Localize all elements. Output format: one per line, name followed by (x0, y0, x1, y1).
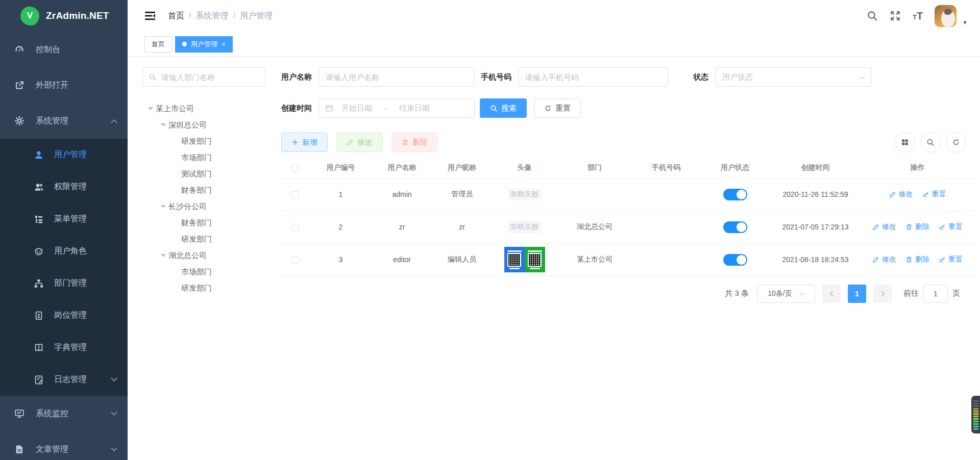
prev-page-button[interactable] (822, 285, 841, 303)
cell-actions: 修改删除重置 (860, 211, 975, 243)
tree-node-市场部门[interactable]: 市场部门 (142, 149, 265, 166)
row-action-delete[interactable]: 删除 (905, 222, 929, 232)
tree-node-长沙分公司[interactable]: 长沙分公司 (142, 198, 265, 215)
tree-node-财务部门[interactable]: 财务部门 (142, 215, 265, 231)
row-checkbox[interactable] (291, 257, 299, 264)
search-button[interactable]: 搜索 (480, 98, 527, 118)
top-navbar: 首页 / 系统管理 / 用户管理 TT ▼ (128, 0, 980, 32)
status-toggle[interactable] (723, 254, 747, 266)
row-action-edit[interactable]: 修改 (872, 255, 896, 264)
fullscreen-icon[interactable] (890, 10, 901, 21)
refresh-table-button[interactable] (946, 132, 966, 152)
next-page-button[interactable] (873, 285, 892, 303)
post-icon (34, 311, 44, 321)
breadcrumb-home[interactable]: 首页 (168, 11, 184, 21)
tree-node-label: 财务部门 (181, 186, 212, 195)
close-tab-icon[interactable]: × (222, 41, 226, 47)
show-search-button[interactable] (920, 132, 941, 152)
page-size-select[interactable]: 10条/页 (757, 285, 815, 303)
collapse-sidebar-icon[interactable] (144, 10, 156, 21)
tree-node-研发部门[interactable]: 研发部门 (142, 133, 265, 149)
status-label: 状态 (693, 72, 708, 82)
table-tools (895, 132, 967, 152)
key-icon (939, 256, 946, 263)
tree-expand-icon[interactable] (158, 123, 168, 126)
chevron-down-icon (799, 290, 805, 295)
tree-node-研发部门[interactable]: 研发部门 (142, 280, 265, 296)
tree-expand-icon[interactable] (158, 254, 168, 257)
external-link-icon (14, 80, 24, 90)
font-size-icon[interactable]: TT (913, 11, 923, 21)
sidebar-item-控制台[interactable]: 控制台 (0, 32, 128, 67)
cell-nickname: 编辑人员 (431, 243, 493, 276)
delete-user-button[interactable]: 删除 (391, 133, 438, 152)
row-action-delete[interactable]: 删除 (905, 255, 929, 264)
row-action-edit[interactable]: 修改 (889, 190, 913, 199)
sidebar-item-系统监控[interactable]: 系统监控 (0, 396, 128, 431)
phone-input[interactable] (518, 67, 668, 87)
sidebar-item-部门管理[interactable]: 部门管理 (0, 267, 128, 299)
delete-button-label: 删除 (412, 138, 428, 147)
sidebar-item-用户角色[interactable]: 用户角色 (0, 235, 128, 267)
table-toolbar: 新增 修改 删除 (281, 132, 967, 152)
row-action-reset[interactable]: 重置 (939, 222, 963, 232)
reset-button-label: 重置 (555, 104, 571, 113)
sidebar-item-岗位管理[interactable]: 岗位管理 (0, 299, 128, 331)
cell-actions: 修改删除重置 (860, 243, 975, 276)
edit-pencil-icon (872, 256, 879, 263)
tree-node-测试部门[interactable]: 测试部门 (142, 166, 265, 182)
sidebar-item-label: 日志管理 (54, 374, 102, 385)
sidebar-item-菜单管理[interactable]: 菜单管理 (0, 203, 128, 235)
cell-phone (633, 243, 699, 276)
tree-node-财务部门[interactable]: 财务部门 (142, 182, 265, 198)
status-toggle[interactable] (723, 189, 747, 200)
row-action-reset[interactable]: 重置 (939, 255, 963, 264)
scroll-indicator-widget[interactable] (971, 396, 980, 433)
username-input[interactable] (318, 67, 475, 87)
column-header-创建时间: 创建时间 (771, 158, 860, 178)
tree-node-市场部门[interactable]: 市场部门 (142, 264, 265, 280)
user-management-panel: 用户名称 手机号码 状态 用户状态 创建时间 (281, 67, 967, 460)
user-avatar[interactable] (935, 5, 957, 27)
columns-toggle-button[interactable] (895, 132, 915, 152)
sidebar-item-字典管理[interactable]: 字典管理 (0, 331, 128, 364)
tree-node-某上市公司[interactable]: 某上市公司 (142, 100, 265, 117)
tab-首页[interactable]: 首页 (144, 36, 172, 53)
tab-用户管理[interactable]: 用户管理× (175, 36, 233, 53)
reset-button[interactable]: 重置 (534, 98, 581, 118)
cell-avatar: 加载失败 (493, 178, 556, 211)
logo[interactable]: V ZrAdmin.NET (0, 0, 128, 32)
sidebar-item-外部打开[interactable]: 外部打开 (0, 67, 128, 103)
user-menu-caret-icon[interactable]: ▼ (962, 19, 968, 25)
tree-node-label: 市场部门 (181, 153, 212, 163)
sidebar-item-权限管理[interactable]: 权限管理 (0, 171, 128, 203)
status-select[interactable]: 用户状态 (715, 67, 871, 87)
tree-expand-icon[interactable] (145, 107, 156, 110)
row-action-edit[interactable]: 修改 (872, 222, 896, 232)
sidebar-item-文章管理[interactable]: 文章管理 (0, 431, 128, 460)
edit-user-button[interactable]: 修改 (336, 133, 383, 152)
date-separator: - (384, 104, 387, 113)
chevron-up-icon (111, 119, 117, 125)
row-checkbox[interactable] (291, 224, 299, 231)
tree-node-深圳总公司[interactable]: 深圳总公司 (142, 117, 265, 133)
sidebar-item-日志管理[interactable]: 日志管理 (0, 364, 128, 396)
search-icon[interactable] (867, 10, 878, 21)
gear-icon (14, 116, 24, 126)
tree-node-湖北总公司[interactable]: 湖北总公司 (142, 247, 265, 264)
department-search-input[interactable] (161, 73, 259, 82)
tree-expand-icon[interactable] (158, 205, 168, 208)
sidebar-item-系统管理[interactable]: 系统管理 (0, 103, 128, 139)
row-checkbox[interactable] (291, 191, 299, 198)
page-number-1[interactable]: 1 (848, 285, 866, 303)
tree-node-研发部门[interactable]: 研发部门 (142, 231, 265, 247)
add-user-button[interactable]: 新增 (281, 133, 328, 152)
select-all-checkbox[interactable] (291, 165, 299, 172)
date-range-picker[interactable]: 开始日期 - 结束日期 (318, 98, 475, 118)
status-toggle[interactable] (723, 221, 747, 233)
goto-page-input[interactable] (923, 285, 948, 303)
search-icon (490, 105, 498, 112)
row-action-reset[interactable]: 重置 (922, 190, 946, 199)
sidebar-item-用户管理[interactable]: 用户管理 (0, 139, 128, 171)
trash-icon (905, 256, 913, 263)
